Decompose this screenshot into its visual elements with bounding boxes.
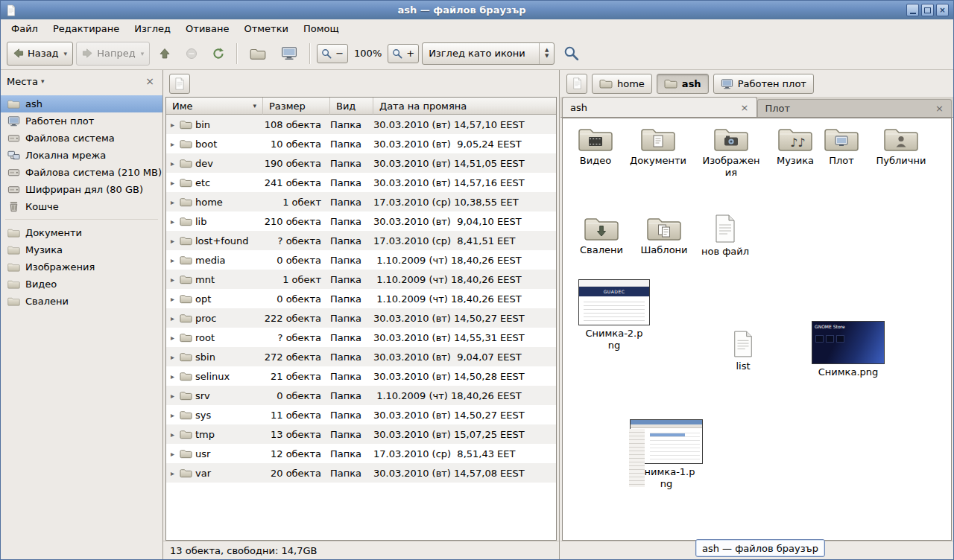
icon-item-images[interactable]: Изображения: [700, 124, 762, 178]
sidebar-title[interactable]: Места: [7, 76, 38, 87]
tree-row[interactable]: ▸ dev 190 обекта Папка 30.03.2010 (вт) 1…: [166, 153, 556, 173]
expander-icon[interactable]: ▸: [168, 450, 177, 458]
sidebar-item[interactable]: Изображения: [1, 258, 162, 276]
tree-row[interactable]: ▸ bin 108 обекта Папка 30.03.2010 (вт) 1…: [166, 115, 556, 134]
search-button[interactable]: [557, 42, 585, 66]
tree-row[interactable]: ▸ home 1 обект Папка 17.03.2010 (ср) 10,…: [166, 192, 556, 211]
sidebar-item[interactable]: Музика: [1, 241, 162, 258]
expander-icon[interactable]: ▸: [168, 237, 177, 245]
icon-item-public[interactable]: Публични: [870, 124, 932, 167]
close-button[interactable]: ×: [936, 4, 949, 16]
tree-row[interactable]: ▸ var 20 обекта Папка 30.03.2010 (вт) 14…: [166, 463, 556, 483]
sidebar-item[interactable]: Шифриран дял (80 GB): [1, 181, 162, 198]
forward-button[interactable]: Напред ▾: [76, 42, 150, 66]
expander-icon[interactable]: ▸: [168, 430, 177, 439]
tab-close-icon[interactable]: ×: [741, 102, 749, 113]
tree-row[interactable]: ▸ boot 10 обекта Папка 30.03.2010 (вт) 9…: [166, 134, 556, 153]
forward-dropdown-icon[interactable]: ▾: [141, 50, 145, 57]
minimize-button[interactable]: [906, 4, 919, 16]
taskbar-window-button[interactable]: ash — файлов браузър: [695, 539, 825, 557]
icon-item-list[interactable]: list: [712, 330, 774, 372]
tree-row[interactable]: ▸ lost+found ? обекта Папка 17.03.2010 (…: [166, 231, 556, 250]
tab-plot[interactable]: Плот ×: [757, 99, 953, 117]
pathbar-root-button[interactable]: [566, 74, 587, 94]
view-mode-select[interactable]: Изглед като икони ▲▼: [422, 42, 555, 65]
path-button-ash[interactable]: ash: [657, 74, 709, 94]
tree-row[interactable]: ▸ mnt 1 обект Папка 1.10.2009 (чт) 18,40…: [166, 270, 556, 289]
sidebar-item[interactable]: Документи: [1, 224, 162, 241]
sidebar-dropdown-icon[interactable]: ▾: [41, 77, 45, 85]
tree-row[interactable]: ▸ selinux 21 обекта Папка 30.03.2010 (вт…: [166, 366, 556, 386]
icon-view[interactable]: Видео Документи Изображения: [562, 118, 952, 541]
path-button-home[interactable]: home: [592, 74, 652, 94]
tree-row[interactable]: ▸ proc 222 обекта Папка 30.03.2010 (вт) …: [166, 308, 556, 328]
expander-icon[interactable]: ▸: [168, 392, 177, 400]
expander-icon[interactable]: ▸: [168, 256, 177, 264]
expander-icon[interactable]: ▸: [168, 411, 177, 419]
tree-row[interactable]: ▸ sbin 272 обекта Папка 30.03.2010 (вт) …: [166, 347, 556, 366]
tree-row[interactable]: ▸ sys 11 обекта Папка 30.03.2010 (вт) 14…: [166, 405, 556, 424]
expander-icon[interactable]: ▸: [168, 121, 177, 129]
tree-row[interactable]: ▸ media 0 обекта Папка 1.10.2009 (чт) 18…: [166, 250, 556, 270]
expander-icon[interactable]: ▸: [168, 179, 177, 187]
menubar-item[interactable]: Файл: [4, 19, 45, 37]
location-toggle-button[interactable]: [169, 74, 190, 94]
tree-row[interactable]: ▸ tmp 13 обекта Папка 30.03.2010 (вт) 15…: [166, 424, 556, 444]
tree-row[interactable]: ▸ root ? обекта Папка 30.03.2010 (вт) 14…: [166, 328, 556, 347]
icon-item-downloads[interactable]: Свалени: [570, 214, 633, 256]
stop-button[interactable]: [180, 42, 203, 66]
sidebar-item[interactable]: ash: [1, 95, 162, 112]
icon-item-new-file[interactable]: нов файл: [694, 214, 756, 258]
path-button-desktop[interactable]: Работен плот: [713, 74, 814, 94]
expander-icon[interactable]: ▸: [168, 217, 177, 226]
sidebar-item[interactable]: Видео: [1, 276, 162, 293]
menubar-item[interactable]: Редактиране: [45, 19, 127, 37]
icon-item-documents[interactable]: Документи: [627, 124, 689, 167]
tab-ash[interactable]: ash ×: [562, 97, 757, 117]
column-header-type[interactable]: Вид: [330, 98, 373, 115]
tree-row[interactable]: ▸ opt 0 обекта Папка 1.10.2009 (чт) 18,4…: [166, 289, 556, 308]
column-header-date[interactable]: Дата на промяна: [373, 98, 556, 115]
expander-icon[interactable]: ▸: [168, 334, 177, 342]
sidebar-close-icon[interactable]: ×: [143, 75, 157, 87]
sidebar-item[interactable]: Кошче: [1, 198, 162, 215]
home-button[interactable]: [244, 42, 272, 66]
zoom-in-button[interactable]: +: [388, 44, 419, 63]
expander-icon[interactable]: ▸: [168, 159, 177, 168]
expander-icon[interactable]: ▸: [168, 469, 177, 477]
column-header-size[interactable]: Размер: [263, 98, 330, 115]
sidebar-item[interactable]: Работен плот: [1, 112, 162, 130]
up-button[interactable]: [153, 42, 177, 66]
titlebar[interactable]: ash — файлов браузър ×: [1, 1, 953, 19]
expander-icon[interactable]: ▸: [168, 372, 177, 381]
expander-icon[interactable]: ▸: [168, 353, 177, 361]
tree-row[interactable]: ▸ usr 12 обекта Папка 17.03.2010 (ср) 8,…: [166, 444, 556, 463]
icon-item-templates[interactable]: Шаблони: [633, 214, 695, 256]
icon-item-video[interactable]: Видео: [564, 124, 627, 167]
zoom-out-button[interactable]: −: [317, 44, 348, 63]
maximize-button[interactable]: [921, 4, 934, 16]
computer-button[interactable]: [275, 42, 303, 66]
back-dropdown-icon[interactable]: ▾: [64, 50, 68, 57]
tree-row[interactable]: ▸ etc 241 обекта Папка 30.03.2010 (вт) 1…: [166, 173, 556, 192]
tree-row[interactable]: ▸ srv 0 обекта Папка 1.10.2009 (чт) 18,4…: [166, 386, 556, 405]
reload-button[interactable]: [206, 42, 230, 66]
sidebar-item[interactable]: Свалени: [1, 293, 162, 310]
icon-item-snimka[interactable]: GNOME Store Снимка.png: [809, 321, 888, 378]
expander-icon[interactable]: ▸: [168, 198, 177, 206]
column-header-name[interactable]: Име ▾: [166, 98, 263, 115]
menubar-item[interactable]: Отиване: [178, 19, 236, 37]
sidebar-item[interactable]: Локална мрежа: [1, 147, 162, 164]
sidebar-item[interactable]: Файлова система (210 MB): [1, 164, 162, 181]
menubar-item[interactable]: Изглед: [127, 19, 178, 37]
tab-close-icon[interactable]: ×: [935, 103, 944, 114]
expander-icon[interactable]: ▸: [168, 314, 177, 322]
back-button[interactable]: Назад ▾: [7, 42, 73, 66]
expander-icon[interactable]: ▸: [168, 276, 177, 284]
menubar-item[interactable]: Помощ: [296, 19, 347, 37]
icon-item-snimka2[interactable]: GUADEC Снимка-2.png: [575, 279, 654, 351]
menubar-item[interactable]: Отметки: [236, 19, 295, 37]
sidebar-item[interactable]: Файлова система: [1, 130, 162, 147]
icon-item-desktop[interactable]: Плот: [816, 124, 867, 167]
expander-icon[interactable]: ▸: [168, 295, 177, 303]
